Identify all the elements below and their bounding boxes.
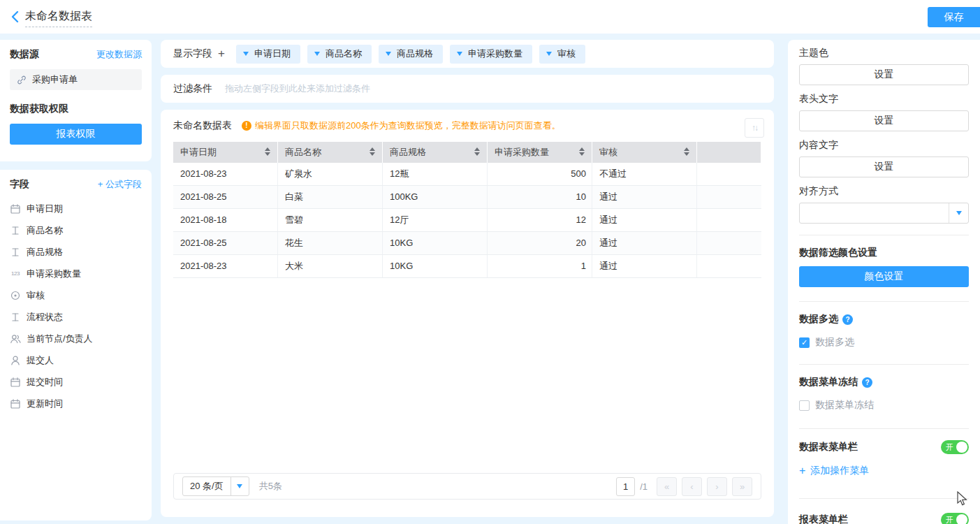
sort-arrows-icon[interactable] — [684, 147, 689, 156]
add-action-menu-link[interactable]: + 添加操作菜单 — [799, 465, 969, 477]
chevron-down-icon — [546, 52, 552, 56]
chip-review[interactable]: 审核 — [539, 45, 585, 64]
display-fields-label: 显示字段 — [173, 48, 212, 60]
column-header-empty — [697, 142, 761, 163]
content-text-label: 内容文字 — [799, 139, 969, 152]
table-menu-toggle-on[interactable]: 开 — [941, 440, 969, 454]
save-button[interactable]: 保存 — [928, 7, 980, 27]
permission-title: 数据获取权限 — [10, 103, 142, 115]
field-item-quantity[interactable]: 123 申请采购数量 — [10, 263, 142, 284]
table-body: 2021-08-23 矿泉水 12瓶 500 不通过 2021-08-25 白菜… — [173, 163, 761, 278]
table-menu-label: 数据表菜单栏 — [799, 441, 858, 453]
column-header-product-name[interactable]: 商品名称 — [278, 142, 383, 163]
table-title: 未命名数据表 — [173, 119, 232, 132]
field-item-flow-status[interactable]: 流程状态 — [10, 306, 142, 328]
next-page-button[interactable]: › — [707, 477, 727, 496]
sort-arrows-icon[interactable] — [579, 147, 585, 156]
calendar-icon — [10, 398, 21, 409]
link-icon — [16, 75, 27, 85]
number-icon: 123 — [10, 270, 21, 277]
field-item-current-node[interactable]: 当前节点/负责人 — [10, 328, 142, 349]
divider — [799, 428, 969, 429]
calendar-icon — [10, 377, 21, 388]
table-row[interactable]: 2021-08-25 白菜 100KG 10 通过 — [173, 186, 761, 209]
report-permission-button[interactable]: 报表权限 — [10, 124, 142, 145]
table-row[interactable]: 2021-08-23 矿泉水 12瓶 500 不通过 — [173, 163, 761, 186]
prev-page-button[interactable]: ‹ — [682, 477, 702, 496]
chip-apply-date[interactable]: 申请日期 — [236, 45, 300, 64]
report-menu-label: 报表菜单栏 — [799, 514, 848, 524]
sort-arrows-icon[interactable] — [265, 147, 270, 156]
multi-select-checkbox-row[interactable]: 数据多选 — [799, 336, 969, 349]
first-page-button[interactable]: « — [657, 477, 677, 496]
help-icon[interactable] — [842, 314, 853, 325]
radio-icon — [10, 290, 21, 301]
text-icon — [10, 312, 21, 323]
datasource-item-label: 采购申请单 — [32, 73, 78, 86]
header-text-set-button[interactable]: 设置 — [799, 110, 969, 131]
divider — [799, 364, 969, 365]
table-header-row: 申请日期 商品名称 商品规格 申请采购数量 审核 — [173, 142, 761, 163]
table-row[interactable]: 2021-08-18 雪碧 12厅 12 通过 — [173, 209, 761, 232]
chevron-down-icon — [386, 52, 391, 56]
field-item-update-time[interactable]: 更新时间 — [10, 393, 142, 414]
preview-notice: 编辑界面只取数据源前200条作为查询数据预览，完整数据请访问页面查看。 — [242, 119, 561, 132]
page-background: 数据源 更改数据源 采购申请单 数据获取权限 报表权限 字段 + 公式字段 申请… — [0, 34, 980, 524]
table-row[interactable]: 2021-08-25 花生 10KG 20 通过 — [173, 232, 761, 255]
chip-quantity[interactable]: 申请采购数量 — [450, 45, 532, 64]
menu-freeze-checkbox-row[interactable]: 数据菜单冻结 — [799, 399, 969, 412]
theme-color-set-button[interactable]: 设置 — [799, 64, 969, 85]
column-header-quantity[interactable]: 申请采购数量 — [488, 142, 592, 163]
text-icon — [10, 225, 21, 236]
pagination-bar: 20 条/页 共5条 1 /1 « ‹ › » — [173, 473, 761, 500]
field-item-product-spec[interactable]: 商品规格 — [10, 241, 142, 263]
toggle-knob — [956, 442, 967, 453]
chip-product-spec[interactable]: 商品规格 — [379, 45, 443, 64]
help-icon[interactable] — [862, 377, 872, 388]
table-row[interactable]: 2021-08-23 大米 10KG 1 通过 — [173, 255, 761, 278]
total-pages: /1 — [640, 481, 648, 492]
align-select[interactable] — [799, 203, 969, 224]
color-set-button[interactable]: 颜色设置 — [799, 266, 969, 287]
current-page-input[interactable]: 1 — [616, 477, 635, 496]
divider — [799, 498, 969, 499]
field-item-review[interactable]: 审核 — [10, 284, 142, 306]
datasource-title: 数据源 — [10, 48, 39, 61]
people-icon — [10, 333, 21, 344]
settings-panel: 主题色 设置 表头文字 设置 内容文字 设置 对齐方式 数据筛选颜色设置 颜色设… — [788, 40, 980, 524]
datasource-item[interactable]: 采购申请单 — [10, 69, 142, 90]
sort-arrows-icon[interactable] — [370, 147, 375, 156]
page-title[interactable]: 未命名数据表 — [25, 9, 92, 27]
chevron-down-icon — [949, 203, 968, 223]
field-item-submitter[interactable]: 提交人 — [10, 349, 142, 371]
column-header-product-spec[interactable]: 商品规格 — [383, 142, 488, 163]
sort-order-button[interactable]: ↑↓ — [745, 118, 764, 138]
field-list: 申请日期 商品名称 商品规格 123 申请采购数量 审核 流程状态 — [10, 198, 142, 414]
last-page-button[interactable]: » — [732, 477, 752, 496]
content-text-set-button[interactable]: 设置 — [799, 157, 969, 177]
divider — [799, 301, 969, 302]
checkbox-unchecked-icon[interactable] — [799, 400, 810, 411]
toggle-knob — [956, 514, 967, 524]
field-item-apply-date[interactable]: 申请日期 — [10, 198, 142, 219]
report-menu-toggle-on[interactable]: 开 — [941, 513, 969, 524]
menu-freeze-label: 数据菜单冻结 — [799, 376, 858, 388]
add-formula-field-link[interactable]: + 公式字段 — [98, 178, 142, 191]
page-size-value: 20 条/页 — [183, 480, 231, 493]
column-header-review[interactable]: 审核 — [592, 142, 697, 163]
page-size-select[interactable]: 20 条/页 — [182, 476, 249, 496]
chip-product-name[interactable]: 商品名称 — [307, 45, 372, 64]
chevron-down-icon — [231, 477, 249, 495]
checkbox-checked-icon[interactable] — [799, 337, 810, 348]
filter-bar[interactable]: 过滤条件 拖动左侧字段到此处来添加过滤条件 — [161, 75, 774, 103]
add-display-field-button[interactable]: + — [218, 47, 225, 61]
sort-arrows-icon[interactable] — [474, 147, 480, 156]
fields-card: 字段 + 公式字段 申请日期 商品名称 商品规格 123 申请采购数量 审 — [0, 170, 152, 521]
field-item-product-name[interactable]: 商品名称 — [10, 219, 142, 241]
change-datasource-link[interactable]: 更改数据源 — [96, 48, 142, 61]
back-icon[interactable] — [7, 8, 24, 25]
display-fields-bar: 显示字段 + 申请日期 商品名称 商品规格 申请采购数量 审核 — [161, 40, 774, 68]
divider — [799, 235, 969, 235]
field-item-submit-time[interactable]: 提交时间 — [10, 371, 142, 393]
column-header-apply-date[interactable]: 申请日期 — [173, 142, 278, 163]
